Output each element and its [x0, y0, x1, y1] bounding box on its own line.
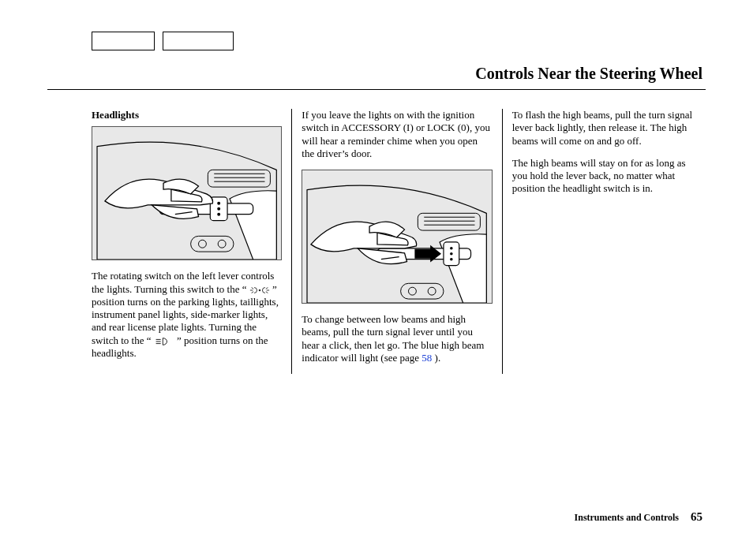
svg-line-20 [266, 291, 268, 293]
page-link-58[interactable]: 58 [421, 352, 432, 364]
svg-rect-29 [401, 283, 444, 299]
svg-point-11 [217, 207, 220, 211]
subheading-headlights: Headlights [92, 109, 282, 121]
parking-lights-icon [249, 286, 270, 295]
svg-point-34 [450, 247, 453, 250]
column-1: Headlights [47, 109, 292, 374]
page-footer: Instruments and Controls 65 [575, 510, 702, 524]
svg-point-10 [217, 202, 220, 205]
svg-line-15 [251, 287, 253, 289]
header-box-2 [163, 32, 234, 50]
col2-p2-part-b: ). [432, 352, 440, 364]
col3-paragraph-1: To flash the high beams, pull the turn s… [512, 109, 702, 147]
header-box-1 [92, 32, 155, 50]
svg-point-17 [259, 289, 260, 291]
figure-headlight-switch [92, 126, 282, 260]
title-rule [47, 89, 706, 90]
col2-p2-part-a: To change between low beams and high bea… [302, 313, 484, 364]
page-title: Controls Near the Steering Wheel [47, 65, 706, 83]
col2-paragraph-2: To change between low beams and high bea… [302, 313, 492, 364]
manual-page: Controls Near the Steering Wheel Headlig… [47, 32, 706, 528]
headlights-icon [154, 337, 174, 346]
column-3: To flash the high beams, pull the turn s… [503, 109, 706, 374]
svg-rect-5 [191, 237, 234, 252]
svg-point-12 [217, 213, 220, 216]
svg-line-16 [251, 291, 253, 293]
col3-paragraph-2: The high beams will stay on for as long … [512, 157, 702, 196]
column-2: If you leave the lights on with the igni… [292, 109, 502, 374]
col1-paragraph-1: The rotating switch on the left lever co… [92, 270, 282, 360]
content-columns: Headlights [47, 109, 706, 374]
svg-point-36 [450, 258, 453, 261]
figure-high-beam-lever [302, 170, 492, 304]
footer-section-label: Instruments and Controls [575, 512, 679, 523]
footer-page-number: 65 [691, 510, 702, 523]
col2-paragraph-1: If you leave the lights on with the igni… [302, 109, 492, 160]
header-placeholder-boxes [92, 32, 706, 50]
col1-p1-part-a: The rotating switch on the left lever co… [92, 270, 274, 294]
svg-point-35 [450, 252, 453, 256]
svg-line-19 [266, 287, 268, 289]
